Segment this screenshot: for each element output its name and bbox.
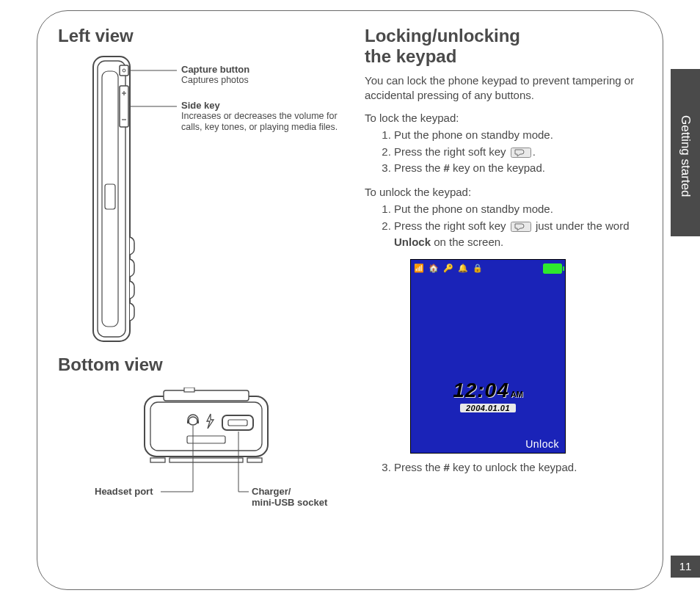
lock-step-2: Press the right soft key . [394, 144, 645, 160]
svg-rect-30 [511, 222, 531, 232]
battery-icon [543, 263, 562, 274]
bottom-view-diagram: Headset port Charger/ mini-USB socket [58, 382, 351, 558]
unlock-intro: To unlock the keypad: [365, 185, 645, 200]
lock-steps-list: Put the phone on standby mode. Press the… [381, 127, 645, 176]
bell-icon: 🔔 [458, 263, 468, 272]
phone-screen-illustration: 📶 🏠 🔑 🔔 🔒 12:04AM 2004.01.01 Unlock [410, 259, 566, 454]
section-tab: Getting started [671, 69, 700, 236]
unlock-step-3: Press the # key to unlock the keypad. [394, 459, 645, 476]
charger-label-line2: mini-USB socket [252, 497, 327, 508]
status-bar: 📶 🏠 🔑 🔔 🔒 [411, 260, 565, 276]
capture-button-label: Capture button [181, 64, 343, 75]
clock-ampm: AM [511, 390, 523, 399]
svg-rect-29 [511, 148, 531, 157]
capture-button-desc: Captures photos [181, 75, 343, 87]
side-key-desc: Increases or decreases the volume for ca… [181, 111, 350, 134]
unlock-step-1: Put the phone on standby mode. [394, 201, 645, 217]
side-key-label: Side key [181, 100, 350, 111]
lock-icon: 🔒 [473, 263, 483, 272]
key-icon: 🔑 [443, 263, 453, 272]
unlock-steps-continued: Press the # key to unlock the keypad. [381, 459, 645, 476]
page-number: 11 [671, 556, 700, 578]
heading-lock-unlock: Locking/unlocking the keypad [365, 26, 645, 66]
softkey-label-unlock: Unlock [525, 438, 559, 450]
lock-step-1: Put the phone on standby mode. [394, 127, 645, 143]
clock-display: 12:04AM 2004.01.01 [411, 379, 565, 412]
unlock-steps-list: Put the phone on standby mode. Press the… [381, 201, 645, 250]
left-view-diagram: Capture button Captures photos Side key … [58, 54, 351, 354]
heading-left-view: Left view [58, 26, 351, 46]
clock-date: 2004.01.01 [460, 404, 516, 412]
intro-paragraph: You can lock the phone keypad to prevent… [365, 73, 645, 103]
right-soft-key-icon [511, 148, 531, 158]
heading-bottom-view: Bottom view [58, 354, 351, 375]
signal-icon: 📶 [414, 263, 424, 272]
home-icon: 🏠 [429, 263, 439, 272]
page-frame: Left view [37, 10, 663, 590]
lock-intro: To lock the keypad: [365, 111, 645, 125]
unlock-step-2: Press the right soft key just under the … [394, 218, 645, 250]
callout-lines [58, 54, 351, 354]
bottom-callout-lines [58, 382, 351, 558]
clock-time: 12:04 [453, 379, 509, 401]
right-soft-key-icon [511, 222, 531, 232]
headset-port-label: Headset port [95, 486, 153, 497]
charger-label-line1: Charger/ [252, 486, 327, 497]
lock-step-3: Press the # key on the keypad. [394, 160, 645, 176]
